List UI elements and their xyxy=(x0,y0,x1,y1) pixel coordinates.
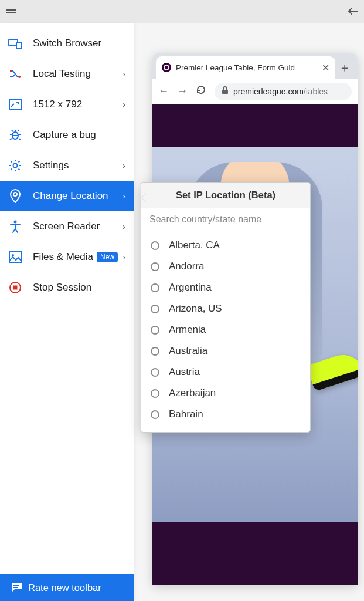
location-label: Australia xyxy=(169,345,207,357)
lock-icon xyxy=(222,86,229,96)
url-path: /tables xyxy=(304,87,328,96)
svg-point-2 xyxy=(10,70,12,72)
reload-icon[interactable] xyxy=(196,85,206,98)
toolbar-topstrip xyxy=(0,0,364,23)
forward-icon[interactable]: → xyxy=(177,85,188,97)
premier-league-favicon xyxy=(162,63,171,72)
new-tab-button[interactable]: ＋ xyxy=(335,60,354,76)
sidebar-item-label: Switch Browser xyxy=(33,38,101,49)
location-label: Argentina xyxy=(169,282,212,293)
rate-toolbar-button[interactable]: Rate new toolbar xyxy=(0,574,134,601)
sidebar-item-label: Local Testing xyxy=(33,68,91,80)
stop-icon xyxy=(8,281,22,295)
location-pin-icon xyxy=(8,189,22,203)
sidebar-item-label: Stop Session xyxy=(33,282,91,293)
location-label: Arizona, US xyxy=(169,303,222,315)
location-option-list: Alberta, CA Andorra Argentina Arizona, U… xyxy=(141,231,310,432)
svg-rect-9 xyxy=(9,252,21,262)
radio-icon xyxy=(151,241,159,250)
chevron-right-icon: › xyxy=(123,100,125,109)
chevron-right-icon: › xyxy=(123,252,125,262)
accessibility-icon xyxy=(8,220,22,234)
back-icon[interactable]: ← xyxy=(158,85,169,97)
sidebar-item-resolution[interactable]: 1512 x 792 › xyxy=(0,89,134,120)
location-option[interactable]: Argentina xyxy=(144,277,308,298)
location-search-input[interactable] xyxy=(149,214,302,225)
sidebar-item-label: 1512 x 792 xyxy=(33,99,82,110)
sidebar-item-label: Settings xyxy=(33,160,69,171)
sidebar-item-switch-browser[interactable]: Switch Browser xyxy=(0,28,134,59)
address-bar[interactable]: premierleague.com/tables xyxy=(215,83,352,100)
radio-icon xyxy=(151,347,159,356)
svg-point-3 xyxy=(18,76,21,78)
radio-icon xyxy=(151,410,159,419)
devices-icon xyxy=(8,36,22,50)
svg-point-7 xyxy=(13,193,17,196)
sidebar-item-stop-session[interactable]: Stop Session xyxy=(0,272,134,303)
sidebar-item-label: Change Location xyxy=(33,190,108,202)
location-search-wrapper xyxy=(141,208,310,231)
page-footer-strip xyxy=(152,547,358,585)
svg-point-10 xyxy=(12,254,14,256)
sidebar-item-files-media[interactable]: Files & Media New › xyxy=(0,242,134,272)
browser-toolbar: ← → premierleague.com/tables xyxy=(152,79,358,104)
chevron-right-icon: › xyxy=(123,161,125,170)
chevron-right-icon: › xyxy=(123,69,125,79)
location-label: Bahrain xyxy=(169,408,203,420)
gear-icon xyxy=(8,158,22,173)
shuffle-icon xyxy=(8,67,22,81)
chevron-right-icon: › xyxy=(123,191,125,201)
location-label: Austria xyxy=(169,366,200,378)
location-option[interactable]: Arizona, US xyxy=(144,298,308,319)
svg-rect-12 xyxy=(13,286,18,290)
location-label: Andorra xyxy=(169,261,204,272)
sidebar-item-change-location[interactable]: Change Location › xyxy=(0,181,134,211)
location-option[interactable]: Australia xyxy=(144,340,308,362)
url-domain: premierleague.com xyxy=(233,87,304,96)
svg-rect-1 xyxy=(16,42,22,49)
radio-icon xyxy=(151,262,159,271)
set-ip-location-popover: Set IP Location (Beta) Alberta, CA Andor… xyxy=(141,182,311,433)
sidebar-menu: Switch Browser Local Testing › 1512 x 79… xyxy=(0,23,134,574)
sidebar-item-label: Screen Reader xyxy=(33,221,100,232)
sidebar-item-capture-bug[interactable]: Capture a bug xyxy=(0,120,134,150)
image-icon xyxy=(8,250,22,264)
new-badge: New xyxy=(97,252,118,262)
feedback-icon xyxy=(11,582,22,593)
resolution-icon xyxy=(8,97,22,112)
svg-point-16 xyxy=(165,66,168,69)
popover-title: Set IP Location (Beta) xyxy=(141,183,310,208)
location-option[interactable]: Bahrain xyxy=(144,404,308,425)
rate-toolbar-label: Rate new toolbar xyxy=(28,582,101,593)
location-option[interactable]: Armenia xyxy=(144,319,308,340)
location-option[interactable]: Alberta, CA xyxy=(144,235,308,256)
radio-icon xyxy=(151,305,159,313)
sidebar-item-label: Files & Media xyxy=(33,251,93,263)
radio-icon xyxy=(151,326,159,335)
radio-icon xyxy=(151,283,159,292)
sidebar-item-label: Capture a bug xyxy=(33,129,96,141)
collapse-sidebar-icon[interactable] xyxy=(346,6,358,18)
menu-icon[interactable] xyxy=(6,6,16,18)
radio-icon xyxy=(151,389,159,398)
svg-rect-13 xyxy=(13,585,19,586)
location-option[interactable]: Austria xyxy=(144,362,308,383)
browser-tab[interactable]: Premier League Table, Form Guid ✕ xyxy=(156,56,335,79)
tab-title: Premier League Table, Form Guid xyxy=(176,63,318,72)
radio-icon xyxy=(151,368,159,377)
page-header-strip xyxy=(152,104,358,147)
svg-point-8 xyxy=(14,221,17,224)
sidebar-panel: Switch Browser Local Testing › 1512 x 79… xyxy=(0,23,134,601)
location-label: Armenia xyxy=(169,324,206,336)
svg-rect-14 xyxy=(13,587,18,588)
location-option[interactable]: Azerbaijan xyxy=(144,383,308,404)
sidebar-item-settings[interactable]: Settings › xyxy=(0,150,134,181)
sidebar-item-screen-reader[interactable]: Screen Reader › xyxy=(0,211,134,242)
svg-point-6 xyxy=(13,164,18,168)
bug-icon xyxy=(8,128,22,142)
sidebar-item-local-testing[interactable]: Local Testing › xyxy=(0,59,134,89)
chevron-right-icon: › xyxy=(123,222,125,231)
location-option[interactable]: Andorra xyxy=(144,256,308,277)
location-label: Alberta, CA xyxy=(169,239,220,251)
close-tab-icon[interactable]: ✕ xyxy=(322,62,329,73)
